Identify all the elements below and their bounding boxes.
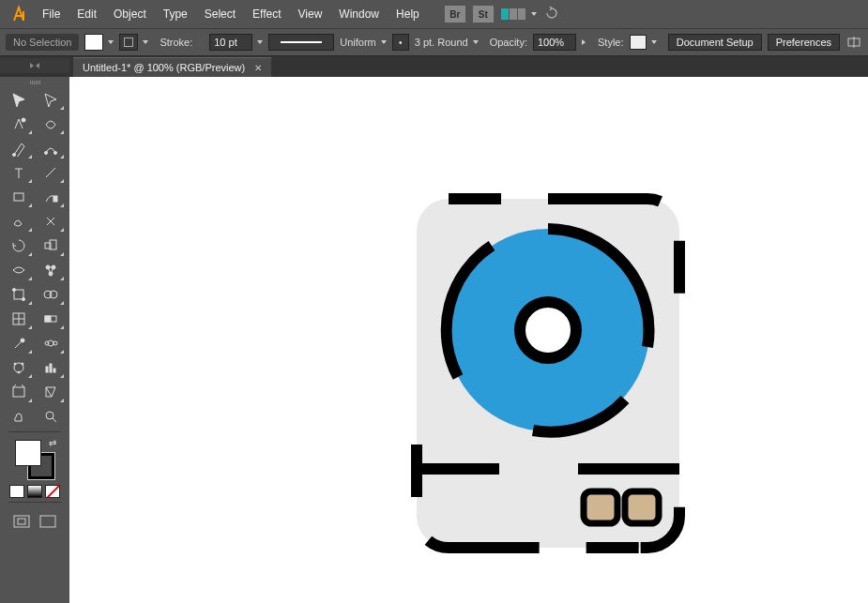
menu-view[interactable]: View <box>290 4 331 24</box>
svg-rect-32 <box>45 316 51 322</box>
bridge-icon[interactable]: Br <box>445 6 465 23</box>
direct-selection-tool[interactable] <box>37 88 65 111</box>
canvas[interactable] <box>69 77 868 603</box>
tools-collapse-handle[interactable] <box>0 58 69 73</box>
svg-point-24 <box>13 289 16 292</box>
svg-point-12 <box>13 154 16 157</box>
menu-select[interactable]: Select <box>196 4 244 24</box>
fill-stroke-control[interactable]: ⇄ <box>15 440 54 479</box>
svg-point-11 <box>22 118 25 122</box>
artwork-hard-drive-icon <box>407 189 689 557</box>
paintbrush-tool[interactable] <box>37 186 65 208</box>
color-mode-solid[interactable] <box>9 485 24 498</box>
opacity-label: Opacity: <box>490 37 527 48</box>
menu-file[interactable]: File <box>34 4 69 24</box>
menu-help[interactable]: Help <box>388 4 428 24</box>
svg-rect-42 <box>50 364 52 372</box>
line-tool[interactable] <box>37 161 65 184</box>
magic-wand-tool[interactable] <box>5 113 33 135</box>
svg-point-39 <box>22 363 23 365</box>
variable-width-profile[interactable]: Uniform <box>268 34 387 51</box>
symbol-sprayer-tool[interactable] <box>5 356 33 379</box>
rectangle-tool[interactable] <box>5 186 33 208</box>
scissors-tool[interactable] <box>37 210 65 233</box>
selection-tool[interactable] <box>5 88 33 111</box>
gradient-tool[interactable] <box>37 308 65 330</box>
svg-point-46 <box>46 412 53 419</box>
svg-line-47 <box>53 418 56 422</box>
artboard-tool[interactable] <box>5 381 33 403</box>
stroke-swatch[interactable] <box>119 34 148 51</box>
puppet-warp-tool[interactable] <box>37 259 65 281</box>
menu-window[interactable]: Window <box>330 4 388 24</box>
svg-point-8 <box>520 302 576 358</box>
svg-point-36 <box>53 341 57 345</box>
zoom-tool[interactable] <box>37 405 65 428</box>
svg-rect-49 <box>18 519 25 524</box>
svg-rect-17 <box>53 196 57 202</box>
fill-swatch[interactable] <box>84 34 114 51</box>
document-tab[interactable]: Untitled-1* @ 100% (RGB/Preview) ✕ <box>73 57 271 77</box>
svg-point-25 <box>23 298 25 301</box>
menu-effect[interactable]: Effect <box>244 4 289 24</box>
document-setup-button[interactable]: Document Setup <box>668 34 762 51</box>
svg-line-15 <box>46 168 55 177</box>
svg-point-14 <box>54 152 57 155</box>
svg-rect-44 <box>13 387 24 397</box>
svg-rect-16 <box>14 193 23 201</box>
close-icon[interactable]: ✕ <box>254 63 262 73</box>
color-mode-gradient[interactable] <box>27 485 42 498</box>
width-tool[interactable] <box>5 259 33 281</box>
column-graph-tool[interactable] <box>37 356 65 379</box>
graphic-style-swatch[interactable] <box>630 35 657 50</box>
stock-icon[interactable]: St <box>473 6 494 23</box>
align-to-button[interactable] <box>845 34 862 51</box>
arrange-documents-button[interactable] <box>501 8 537 20</box>
gpu-performance-icon[interactable] <box>544 6 559 23</box>
rotate-tool[interactable] <box>5 234 33 257</box>
svg-rect-9 <box>584 491 617 523</box>
curvature-tool[interactable] <box>37 137 65 159</box>
preferences-button[interactable]: Preferences <box>768 34 840 51</box>
svg-point-27 <box>50 291 57 298</box>
svg-rect-23 <box>14 290 23 299</box>
free-transform-tool[interactable] <box>5 283 33 306</box>
menu-edit[interactable]: Edit <box>69 4 105 24</box>
fill-color-box[interactable] <box>15 440 41 466</box>
eyedropper-tool[interactable] <box>5 332 33 354</box>
screen-mode-button[interactable] <box>38 514 58 529</box>
type-tool[interactable] <box>5 161 33 184</box>
tools-panel: ⇄ <box>0 77 69 603</box>
hand-tool[interactable] <box>5 405 33 428</box>
svg-point-33 <box>21 339 24 342</box>
lasso-tool[interactable] <box>37 113 65 135</box>
svg-rect-41 <box>46 367 48 372</box>
color-mode-none[interactable] <box>45 485 60 498</box>
slice-tool[interactable] <box>37 381 65 403</box>
panel-grip-icon[interactable] <box>7 81 63 86</box>
shape-builder-tool[interactable] <box>37 283 65 306</box>
svg-point-40 <box>18 371 20 373</box>
document-tab-bar: Untitled-1* @ 100% (RGB/Preview) ✕ <box>0 56 868 77</box>
opacity-field[interactable]: 100% <box>533 34 586 51</box>
blend-tool[interactable] <box>37 332 65 354</box>
svg-rect-10 <box>625 491 659 523</box>
svg-line-45 <box>46 387 52 397</box>
document-tab-title: Untitled-1* @ 100% (RGB/Preview) <box>83 62 245 73</box>
svg-point-38 <box>14 363 16 365</box>
control-bar: No Selection Stroke: 10 pt Uniform 3 pt.… <box>0 28 868 56</box>
draw-mode-button[interactable] <box>11 514 32 529</box>
mesh-tool[interactable] <box>5 308 33 330</box>
swap-fill-stroke-icon[interactable]: ⇄ <box>49 438 56 448</box>
brush-definition[interactable]: 3 pt. Round <box>392 34 479 51</box>
pen-tool[interactable] <box>5 137 33 159</box>
stroke-weight-field[interactable]: 10 pt <box>198 34 263 51</box>
menu-object[interactable]: Object <box>105 4 155 24</box>
style-label: Style: <box>598 37 624 48</box>
shaper-tool[interactable] <box>5 210 33 233</box>
menu-bar: FileEditObjectTypeSelectEffectViewWindow… <box>0 0 868 28</box>
scale-tool[interactable] <box>37 234 65 257</box>
svg-rect-48 <box>14 516 29 527</box>
menu-type[interactable]: Type <box>155 4 196 24</box>
stroke-label: Stroke: <box>160 37 192 48</box>
